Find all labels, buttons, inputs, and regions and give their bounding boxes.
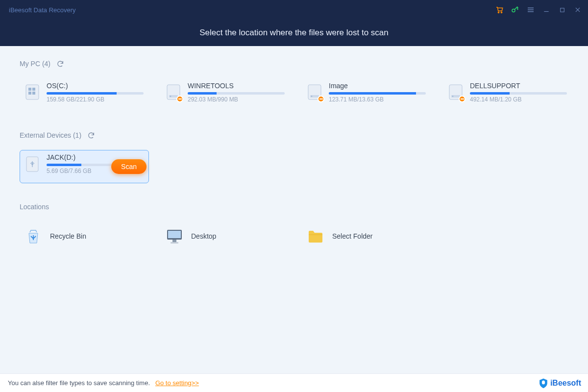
drive-icon — [25, 84, 41, 101]
drive-card[interactable]: OS(C:)159.58 GB/221.90 GB — [20, 78, 149, 112]
svg-point-2 — [512, 9, 515, 12]
drive-icon — [25, 155, 41, 173]
drive-usage-fill — [47, 164, 81, 166]
drive-body: OS(C:)159.58 GB/221.90 GB — [47, 82, 144, 108]
warning-badge-icon — [176, 96, 183, 102]
mypc-drives-row: OS(C:)159.58 GB/221.90 GBWINRETOOLS292.0… — [20, 78, 568, 112]
drive-size: 492.14 MB/1.20 GB — [470, 96, 567, 103]
drive-usage-fill — [188, 92, 217, 95]
svg-point-17 — [452, 96, 453, 97]
svg-rect-8 — [32, 92, 35, 95]
svg-rect-7 — [28, 92, 31, 95]
drive-card[interactable]: JACK(D:)5.69 GB/7.66 GBScan — [20, 150, 149, 183]
section-mypc-head: My PC (4) — [20, 60, 568, 68]
section-mypc-label: My PC (4) — [20, 60, 50, 68]
drive-usage-bar — [470, 92, 567, 95]
drive-name: WINRETOOLS — [188, 82, 285, 90]
section-external-label: External Devices (1) — [20, 131, 81, 139]
close-icon[interactable] — [573, 5, 582, 14]
svg-rect-23 — [171, 242, 178, 244]
svg-point-0 — [498, 12, 499, 13]
warning-badge-icon — [318, 96, 324, 102]
svg-rect-21 — [168, 231, 181, 238]
drive-body: DELLSUPPORT492.14 MB/1.20 GB — [470, 82, 567, 108]
refresh-icon[interactable] — [56, 60, 64, 68]
location-card[interactable]: Desktop — [161, 221, 290, 251]
drive-size: 123.71 MB/13.63 GB — [329, 96, 426, 103]
location-label: Desktop — [191, 232, 216, 240]
drive-icon — [166, 84, 182, 101]
drive-usage-bar — [47, 92, 144, 95]
location-label: Select Folder — [332, 232, 372, 240]
footer-text: You can alse filter file types to save s… — [8, 379, 150, 387]
scan-button[interactable]: Scan — [111, 159, 147, 174]
app-title: iBeesoft Data Recovery — [9, 6, 76, 14]
minimize-icon[interactable] — [542, 5, 551, 14]
location-card[interactable]: Recycle Bin — [20, 221, 149, 251]
shield-icon — [539, 378, 548, 389]
svg-point-24 — [542, 380, 545, 384]
folder-icon — [307, 227, 324, 245]
section-external-head: External Devices (1) — [20, 131, 568, 139]
svg-point-11 — [170, 96, 171, 97]
drive-size: 292.03 MB/990 MB — [188, 96, 285, 103]
warning-badge-icon — [459, 96, 466, 102]
drive-body: Image123.71 MB/13.63 GB — [329, 82, 426, 108]
footer-logo: iBeesoft — [539, 378, 581, 389]
footer-brand: iBeesoft — [550, 379, 581, 388]
header-text: Select the location where the files were… — [199, 28, 389, 38]
drive-body: WINRETOOLS292.03 MB/990 MB — [188, 82, 285, 108]
footer-text-wrap: You can alse filter file types to save s… — [8, 379, 199, 387]
locations-row: Recycle BinDesktopSelect Folder — [20, 221, 568, 251]
drive-name: Image — [329, 82, 426, 90]
drive-usage-bar — [188, 92, 285, 95]
svg-rect-3 — [560, 8, 564, 12]
svg-point-1 — [501, 12, 502, 13]
drive-name: DELLSUPPORT — [470, 82, 567, 90]
maximize-icon[interactable] — [558, 5, 566, 14]
drive-card[interactable]: WINRETOOLS292.03 MB/990 MB — [161, 78, 290, 112]
drive-usage-fill — [329, 92, 416, 95]
svg-point-14 — [311, 96, 312, 97]
titlebar: iBeesoft Data Recovery — [0, 0, 588, 20]
location-card[interactable]: Select Folder — [302, 221, 431, 251]
refresh-icon[interactable] — [87, 131, 95, 139]
drive-card[interactable]: DELLSUPPORT492.14 MB/1.20 GB — [443, 78, 572, 112]
page-header: Select the location where the files were… — [0, 20, 588, 46]
svg-rect-5 — [28, 88, 31, 91]
footer: You can alse filter file types to save s… — [0, 373, 588, 392]
svg-rect-6 — [32, 88, 35, 91]
section-locations-head: Locations — [20, 203, 568, 211]
key-icon[interactable] — [511, 5, 519, 14]
footer-link[interactable]: Go to setting>> — [155, 379, 199, 387]
menu-icon[interactable] — [526, 5, 535, 14]
drive-icon — [307, 84, 323, 101]
drive-usage-bar — [329, 92, 426, 95]
svg-rect-22 — [172, 240, 176, 242]
location-label: Recycle Bin — [50, 232, 86, 240]
drive-icon — [448, 84, 464, 101]
drive-card[interactable]: Image123.71 MB/13.63 GB — [302, 78, 431, 112]
cart-icon[interactable] — [495, 5, 504, 14]
recycle-icon — [24, 227, 42, 245]
section-locations-label: Locations — [20, 203, 49, 211]
titlebar-icons — [495, 5, 582, 14]
content: My PC (4) OS(C:)159.58 GB/221.90 GBWINRE… — [0, 46, 588, 251]
drive-name: OS(C:) — [47, 82, 144, 90]
drive-usage-fill — [470, 92, 510, 95]
drive-usage-fill — [47, 92, 117, 95]
drive-size: 159.58 GB/221.90 GB — [47, 96, 144, 103]
desktop-icon — [166, 227, 183, 245]
external-drives-row: JACK(D:)5.69 GB/7.66 GBScan — [20, 150, 568, 183]
